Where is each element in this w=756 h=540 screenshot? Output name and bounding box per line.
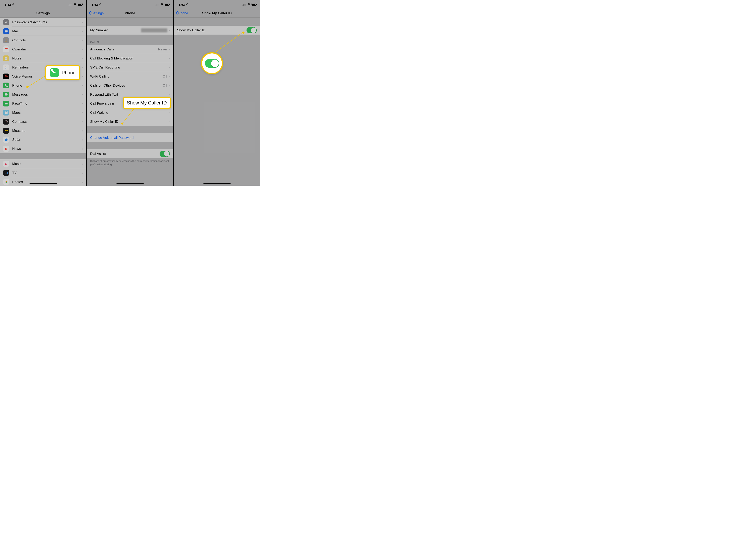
photos-icon (3, 179, 9, 185)
chevron-right-icon: › (82, 66, 83, 69)
row-change-voicemail-password[interactable]: Change Voicemail Password (87, 133, 173, 142)
row-value: Off (162, 83, 167, 87)
row-announce-calls[interactable]: Announce Calls Never › (87, 45, 173, 54)
row-label: Maps (12, 111, 82, 115)
nav-bar: Settings Phone (87, 9, 173, 18)
callout-anchor-dot (243, 32, 245, 34)
contacts-icon (3, 37, 9, 43)
row-dial-assist[interactable]: Dial Assist (87, 149, 173, 158)
battery-icon (164, 3, 169, 6)
status-time: 3:52 (92, 3, 98, 6)
chevron-right-icon: › (82, 180, 83, 184)
svg-text:1: 1 (6, 49, 7, 50)
voicemail-link-label: Change Voicemail Password (90, 136, 170, 140)
chevron-left-icon (175, 11, 178, 16)
row-label: Music (12, 162, 82, 166)
dial-assist-toggle[interactable] (160, 151, 170, 157)
dial-assist-label: Dial Assist (90, 152, 160, 156)
location-icon (185, 3, 188, 6)
row-sms-call-reporting[interactable]: SMS/Call Reporting › (87, 63, 173, 72)
row-label: Compass (12, 120, 82, 124)
location-icon (99, 3, 101, 6)
row-show-caller-id[interactable]: Show My Caller ID (174, 26, 260, 35)
show-caller-id-toggle[interactable] (247, 27, 257, 33)
settings-row-phone[interactable]: Phone › (0, 81, 86, 90)
row-call-blocking-identification[interactable]: Call Blocking & Identification › (87, 54, 173, 63)
status-bar: 3:52 (0, 0, 86, 9)
row-value: Off (162, 74, 167, 78)
home-indicator[interactable] (203, 183, 230, 184)
settings-row-photos[interactable]: Photos › (0, 177, 86, 186)
settings-row-tv[interactable]: TV › (0, 168, 86, 177)
chevron-right-icon: › (82, 102, 83, 105)
back-button[interactable]: Phone (175, 11, 188, 16)
row-label: Wi-Fi Calling (90, 74, 162, 78)
callout-show-caller-id-label: Show My Caller ID (127, 100, 167, 106)
row-call-waiting[interactable]: Call Waiting › (87, 108, 173, 117)
settings-row-safari[interactable]: Safari › (0, 135, 86, 144)
settings-row-music[interactable]: Music › (0, 159, 86, 168)
callout-toggle-graphic (205, 59, 219, 68)
status-icons (243, 3, 256, 6)
settings-row-messages[interactable]: Messages › (0, 90, 86, 99)
battery-icon (78, 3, 82, 6)
status-time: 3:52 (179, 3, 185, 6)
page-title: Show My Caller ID (202, 11, 232, 15)
home-indicator[interactable] (116, 183, 144, 184)
settings-row-maps[interactable]: Maps › (0, 108, 86, 117)
row-show-my-caller-id[interactable]: Show My Caller ID › (87, 117, 173, 126)
callout-phone-label: Phone (61, 70, 75, 75)
safari-icon (3, 137, 9, 143)
settings-row-contacts[interactable]: Contacts › (0, 36, 86, 45)
svg-rect-12 (5, 103, 7, 104)
callout-anchor-dot (26, 86, 28, 88)
settings-row-measure[interactable]: Measure › (0, 126, 86, 135)
settings-row-compass[interactable]: Compass › (0, 117, 86, 126)
nav-bar: Settings (0, 9, 86, 18)
row-label: Show My Caller ID (90, 120, 169, 124)
status-icons (69, 3, 82, 6)
back-label: Phone (178, 11, 188, 15)
settings-row-notes[interactable]: Notes › (0, 54, 86, 63)
status-bar: 3:52 (87, 0, 173, 9)
row-label: Messages (12, 93, 82, 97)
callout-anchor-dot (121, 123, 123, 125)
row-wi-fi-calling[interactable]: Wi-Fi Calling Off › (87, 72, 173, 81)
row-my-number[interactable]: My Number › (87, 26, 173, 35)
chevron-right-icon: › (169, 120, 170, 124)
svg-rect-5 (5, 57, 7, 60)
key-icon (3, 19, 9, 25)
row-label: Announce Calls (90, 48, 158, 52)
battery-icon (252, 3, 256, 6)
svg-rect-2 (5, 48, 8, 49)
chevron-right-icon: › (82, 138, 83, 142)
settings-row-key[interactable]: Passwords & Accounts › (0, 18, 86, 27)
chevron-right-icon: › (82, 162, 83, 166)
row-label: Calls on Other Devices (90, 83, 162, 87)
back-label: Settings (91, 11, 104, 15)
tv-icon (3, 170, 9, 176)
nav-bar: Phone Show My Caller ID (174, 9, 260, 18)
settings-row-news[interactable]: N News › (0, 144, 86, 153)
voicememo-icon (3, 73, 9, 79)
settings-row-mail[interactable]: Mail › (0, 27, 86, 36)
row-calls-on-other-devices[interactable]: Calls on Other Devices Off › (87, 81, 173, 90)
row-value: Never (158, 48, 167, 52)
back-button[interactable]: Settings (88, 11, 104, 16)
chevron-right-icon: › (82, 171, 83, 175)
settings-row-facetime[interactable]: FaceTime › (0, 99, 86, 108)
my-number-value-redacted (141, 28, 167, 32)
compass-icon (3, 119, 9, 125)
show-caller-id-label: Show My Caller ID (177, 28, 247, 32)
chevron-right-icon: › (82, 75, 83, 78)
settings-row-calendar[interactable]: 1 Calendar › (0, 45, 86, 54)
dial-assist-footer: Dial assist automatically determines the… (87, 158, 173, 169)
svg-point-9 (5, 68, 6, 68)
chevron-right-icon: › (82, 39, 83, 42)
chevron-right-icon: › (82, 84, 83, 87)
location-icon (12, 3, 14, 6)
svg-point-27 (5, 182, 6, 183)
row-label: SMS/Call Reporting (90, 66, 169, 69)
home-indicator[interactable] (30, 183, 56, 184)
chevron-left-icon (88, 11, 91, 16)
